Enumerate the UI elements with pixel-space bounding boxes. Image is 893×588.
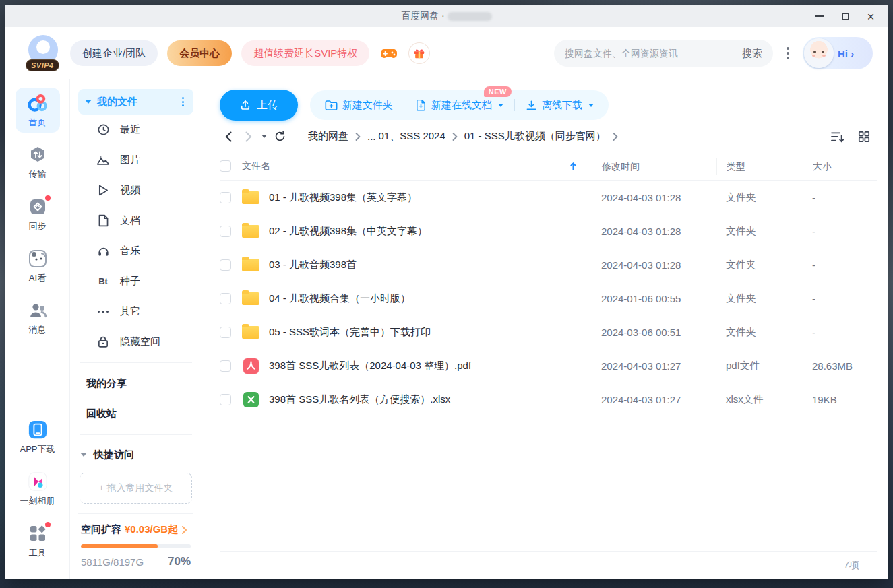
storage-price[interactable]: ¥0.03/GB起 [125,523,178,536]
column-type[interactable]: 类型 [716,158,803,175]
create-team-button[interactable]: 创建企业/团队 [70,40,158,66]
file-name[interactable]: 02 - 儿歌视频398集（中英文字幕） [269,225,592,238]
notification-dot-icon [45,195,51,201]
sort-ascending-icon[interactable] [569,162,577,171]
member-center-button[interactable]: 会员中心 [167,40,232,66]
file-size: 19KB [803,394,877,405]
breadcrumb-item[interactable]: 01 - SSS儿歌视频（同步官网） [464,130,606,143]
sidebar-item-quick-access[interactable]: 快捷访问 [78,440,193,469]
sync-icon [28,197,48,217]
table-row[interactable]: 05 - SSS歌词本（完善中）下载打印 2024-03-06 00:51 文件… [220,315,877,349]
sidebar-item[interactable]: 音乐 [78,236,193,266]
search-button[interactable]: 搜索 [742,47,762,60]
breadcrumb-item[interactable]: 01、SSS 2024 [379,130,445,143]
items-count: 7项 [844,559,859,572]
sidebar-item[interactable]: Bt 种子 [78,266,193,296]
maximize-button[interactable] [835,7,855,25]
close-button[interactable]: × [861,7,881,25]
rail-item[interactable]: 首页 [16,88,60,133]
row-checkbox[interactable] [220,327,231,338]
table-row[interactable]: 02 - 儿歌视频398集（中英文字幕） 2024-04-03 01:28 文件… [220,214,877,248]
image-icon [96,154,110,167]
ai-view-icon [28,249,48,269]
table-row[interactable]: 398首 SSS儿歌名列表（方便搜索）.xlsx 2024-04-03 01:2… [220,383,877,416]
rail-item[interactable]: AI看 [16,243,60,288]
new-folder-button[interactable]: 新建文件夹 [325,99,393,112]
game-icon[interactable] [379,43,399,63]
file-name[interactable]: 04 - 儿歌视频合集（一小时版） [269,292,592,305]
breadcrumb-item[interactable]: ... [367,131,376,142]
sidebar-link[interactable]: 回收站 [78,399,193,429]
sidebar-item[interactable]: 隐藏空间 [78,327,193,357]
my-files-menu-icon[interactable] [179,94,187,109]
row-checkbox[interactable] [220,360,231,372]
column-modified-time[interactable]: 修改时间 [592,158,716,175]
offline-download-button[interactable]: 离线下载 [526,99,594,112]
table-row[interactable]: 04 - 儿歌视频合集（一小时版） 2024-01-06 00:55 文件夹 - [220,282,877,315]
gift-icon[interactable] [408,42,430,64]
svip-promo-button[interactable]: 超值续费延长SVIP特权 [241,40,369,66]
pdf-file-icon [242,358,259,373]
file-name[interactable]: 01 - 儿歌视频398集（英文字幕） [269,191,592,204]
breadcrumb-item[interactable]: 我的网盘 [308,130,348,143]
upload-button[interactable]: 上传 [220,90,298,121]
select-all-checkbox[interactable] [220,160,231,172]
history-dropdown-icon[interactable] [261,135,267,138]
row-checkbox[interactable] [220,259,231,271]
file-name[interactable]: 398首 SSS儿歌名列表（方便搜索）.xlsx [269,393,592,406]
sidebar-item[interactable]: 图片 [78,145,193,175]
row-checkbox[interactable] [220,226,231,237]
rail-item[interactable]: APP下载 [16,414,60,459]
table-row[interactable]: 01 - 儿歌视频398集（英文字幕） 2024-04-03 01:28 文件夹… [220,181,877,214]
sidebar-item-my-files[interactable]: 我的文件 [78,89,193,115]
rail-item[interactable]: 一刻相册 [16,466,60,511]
grid-view-icon[interactable] [858,131,870,143]
chevron-down-icon [588,104,594,107]
minimize-button[interactable] [809,7,830,25]
sidebar-link[interactable]: 我的分享 [78,368,193,399]
new-online-doc-button[interactable]: NEW 新建在线文档 [415,99,503,112]
sidebar-item[interactable]: 文档 [78,205,193,236]
row-checkbox[interactable] [220,192,231,203]
account-pill[interactable]: Hi › [803,37,873,69]
greeting-label: Hi › [838,48,854,59]
drop-favorite-folder-zone[interactable]: + 拖入常用文件夹 [80,473,192,504]
storage-expand-label[interactable]: 空间扩容 [81,523,121,536]
row-checkbox[interactable] [220,293,231,304]
titlebar[interactable]: 百度网盘 · × [5,5,888,27]
back-button[interactable] [220,128,237,145]
file-name[interactable]: 03 - 儿歌音频398首 [269,259,592,271]
file-size: 28.63MB [803,360,877,372]
table-row[interactable]: 03 - 儿歌音频398首 2024-04-03 01:28 文件夹 - [220,248,877,282]
rail-item[interactable]: 传输 [16,139,60,185]
sidebar-item-label: 音乐 [120,244,140,257]
sidebar-item[interactable]: 视频 [78,175,193,205]
rail-item[interactable]: 消息 [16,295,60,340]
column-name[interactable]: 文件名 [242,160,270,172]
search-input[interactable] [565,48,728,59]
sidebar-item[interactable]: 最近 [78,115,193,145]
divider [514,99,515,111]
table-header: 文件名 修改时间 类型 大小 [220,152,877,181]
bt-icon: Bt [96,275,110,288]
column-size[interactable]: 大小 [803,158,877,175]
chevron-right-icon [452,133,458,141]
rail-item[interactable]: 工具 [16,518,60,563]
refresh-button[interactable] [271,128,288,145]
user-logo[interactable]: SVIP4 [26,35,61,71]
sidebar-category-list: 最近 图片 视频 文档 音乐 Bt 种子 其它 隐藏空间 [78,115,193,357]
chevron-right-icon [355,133,361,141]
table-row[interactable]: 398首 SSS儿歌列表（2024-04-03 整理）.pdf 2024-04-… [220,349,877,383]
more-menu-icon[interactable] [782,43,793,63]
sort-icon[interactable] [830,131,844,143]
forward-button[interactable] [240,128,257,145]
chevron-right-icon [181,526,187,534]
row-checkbox[interactable] [220,394,231,405]
sidebar-item[interactable]: 其它 [78,296,193,327]
file-modified-time: 2024-01-06 00:55 [592,293,716,304]
rail-item[interactable]: 同步 [16,191,60,236]
folder-icon [242,190,259,205]
file-name[interactable]: 05 - SSS歌词本（完善中）下载打印 [269,326,592,339]
folder-icon [242,224,259,238]
file-name[interactable]: 398首 SSS儿歌列表（2024-04-03 整理）.pdf [269,360,592,372]
